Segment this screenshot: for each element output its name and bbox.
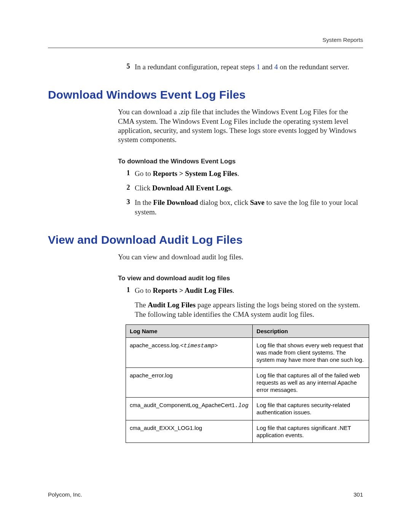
header-rule	[48, 47, 363, 48]
step-body: Go to Reports > Audit Log Files.	[135, 286, 363, 295]
audit-log-table: Log Name Description apache_access.log.<…	[126, 324, 369, 443]
text: on the redundant server.	[278, 63, 349, 71]
step-body: Click Download All Event Logs.	[135, 184, 363, 193]
text: and	[260, 63, 274, 71]
mono-text: <timestamp>	[180, 343, 218, 349]
cell-description: Log file that captures all of the failed…	[253, 367, 369, 398]
step-body: In a redundant configuration, repeat ste…	[135, 62, 363, 72]
text: dialog box, click	[198, 198, 250, 206]
page-header-section: System Reports	[322, 37, 363, 43]
link-step-4[interactable]: 4	[274, 63, 278, 71]
text: The	[135, 301, 148, 309]
text: .	[233, 286, 234, 294]
text: Click	[135, 184, 152, 192]
paragraph: You can download a .zip file that includ…	[118, 107, 363, 144]
step-number: 1	[118, 169, 135, 178]
table-header-description: Description	[253, 325, 369, 338]
footer-page-number: 301	[354, 491, 363, 498]
heading-download-windows-event-log-files: Download Windows Event Log Files	[48, 88, 363, 101]
step-body: In the File Download dialog box, click S…	[135, 198, 363, 217]
step-number: 3	[118, 198, 135, 217]
step-1: 1 Go to Reports > System Log Files.	[118, 169, 363, 178]
text: Go to	[135, 169, 153, 177]
step-3: 3 In the File Download dialog box, click…	[118, 198, 363, 217]
step-number: 1	[118, 286, 135, 295]
table-header-log-name: Log Name	[126, 325, 253, 338]
bold-text: Save	[250, 198, 264, 206]
cell-description: Log file that captures security-related …	[253, 398, 369, 420]
table-row: cma_audit_EXXX_LOG1.log Log file that ca…	[126, 420, 369, 443]
text: .	[237, 169, 239, 177]
text: In a redundant configuration, repeat ste…	[135, 63, 256, 71]
paragraph: You can view and download audit log file…	[118, 252, 363, 262]
cell-log-name: cma_audit_EXXX_LOG1.log	[126, 420, 253, 443]
mono-text: .log	[235, 403, 249, 409]
step-number: 2	[118, 184, 135, 193]
cell-log-name: apache_access.log.<timestamp>	[126, 338, 253, 368]
text: .	[231, 184, 233, 192]
link-step-1[interactable]: 1	[256, 63, 260, 71]
cell-description: Log file that captures significant .NET …	[253, 420, 369, 443]
bold-text: Reports > Audit Log Files	[153, 286, 233, 294]
step-number: 5	[118, 62, 135, 72]
text: cma_audit_ComponentLog_ApacheCert1	[130, 402, 235, 408]
step-body: Go to Reports > System Log Files.	[135, 169, 363, 178]
footer-company: Polycom, Inc.	[48, 491, 82, 498]
bold-text: Reports > System Log Files	[153, 169, 237, 177]
subheading-download-event-logs: To download the Windows Event Logs	[118, 158, 363, 165]
bold-text: Audit Log Files	[148, 301, 196, 309]
bold-text: File Download	[153, 198, 198, 206]
step-1: 1 Go to Reports > Audit Log Files.	[118, 286, 363, 295]
paragraph: The Audit Log Files page appears listing…	[135, 300, 363, 319]
cell-log-name: cma_audit_ComponentLog_ApacheCert1.log	[126, 398, 253, 420]
table-row: cma_audit_ComponentLog_ApacheCert1.log L…	[126, 398, 369, 420]
text: apache_error.log	[130, 372, 173, 379]
text: cma_audit_EXXX_LOG1.log	[130, 425, 202, 431]
text: Go to	[135, 286, 153, 294]
cell-description: Log file that shows every web request th…	[253, 338, 369, 368]
text: apache_access.log.	[130, 342, 180, 348]
step-2: 2 Click Download All Event Logs.	[118, 184, 363, 193]
step-5: 5 In a redundant configuration, repeat s…	[118, 62, 363, 72]
table-row: apache_access.log.<timestamp> Log file t…	[126, 338, 369, 368]
cell-log-name: apache_error.log	[126, 367, 253, 398]
bold-text: Download All Event Logs	[152, 184, 231, 192]
text: In the	[135, 198, 153, 206]
subheading-view-download-audit-log-files: To view and download audit log files	[118, 275, 363, 282]
heading-view-download-audit-log-files: View and Download Audit Log Files	[48, 233, 363, 246]
table-row: apache_error.log Log file that captures …	[126, 367, 369, 398]
